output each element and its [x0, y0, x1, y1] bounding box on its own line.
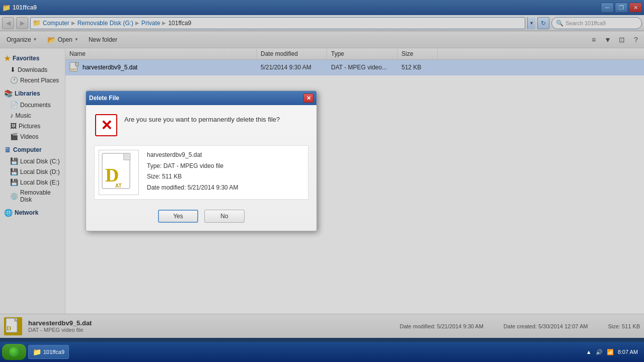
dialog-filename: harvesterdbv9_5.dat	[147, 150, 238, 161]
dialog-file-date: Date modified: 5/21/2014 9:30 AM	[147, 183, 238, 194]
large-dat-icon: D AT	[101, 152, 136, 193]
svg-rect-6	[124, 153, 130, 160]
dialog-top: ✕ Are you sure you want to permanently d…	[94, 113, 308, 137]
dialog-file-type: Type: DAT - MPEG video file	[147, 161, 238, 172]
taskbar: 📁 101ffca9 ▲ 🔊 📶 8:07 AM	[0, 342, 644, 362]
taskbar-explorer-label: 101ffca9	[43, 349, 64, 355]
dialog-file-size: Size: 511 KB	[147, 171, 238, 183]
dialog-title: Delete File	[89, 95, 119, 102]
start-button[interactable]	[2, 344, 26, 360]
dat-preview-icon: D AT	[99, 150, 139, 195]
svg-text:D: D	[105, 164, 119, 186]
taskbar-right: ▲ 🔊 📶 8:07 AM	[586, 349, 642, 355]
dialog-file-preview: D AT harvesterdbv9_5.dat Type: DAT - MPE…	[94, 145, 308, 200]
delete-dialog: Delete File ✕ ✕ Are you sure you want to…	[86, 90, 317, 231]
dialog-body: ✕ Are you sure you want to permanently d…	[86, 105, 316, 231]
svg-text:AT: AT	[115, 183, 122, 189]
dialog-close-button[interactable]: ✕	[303, 94, 313, 103]
network-tray-icon: 📶	[607, 349, 614, 355]
start-orb	[9, 347, 19, 357]
dialog-overlay: Delete File ✕ ✕ Are you sure you want to…	[0, 0, 644, 338]
yes-button[interactable]: Yes	[158, 210, 198, 223]
clock-time: 8:07 AM	[618, 349, 638, 355]
warning-icon-container: ✕	[94, 113, 118, 137]
taskbar-explorer-button[interactable]: 📁 101ffca9	[28, 345, 69, 359]
sound-icon: 🔊	[596, 349, 603, 355]
no-button[interactable]: No	[204, 210, 245, 223]
dialog-question: Are you sure you want to permanently del…	[124, 115, 280, 124]
dialog-title-bar: Delete File ✕	[86, 91, 316, 105]
tray-arrow[interactable]: ▲	[586, 349, 592, 355]
taskbar-folder-icon: 📁	[33, 348, 41, 356]
file-details: harvesterdbv9_5.dat Type: DAT - MPEG vid…	[147, 150, 238, 193]
system-clock: 8:07 AM	[618, 349, 638, 355]
dialog-buttons: Yes No	[94, 210, 308, 223]
delete-x-icon: ✕	[95, 114, 117, 136]
